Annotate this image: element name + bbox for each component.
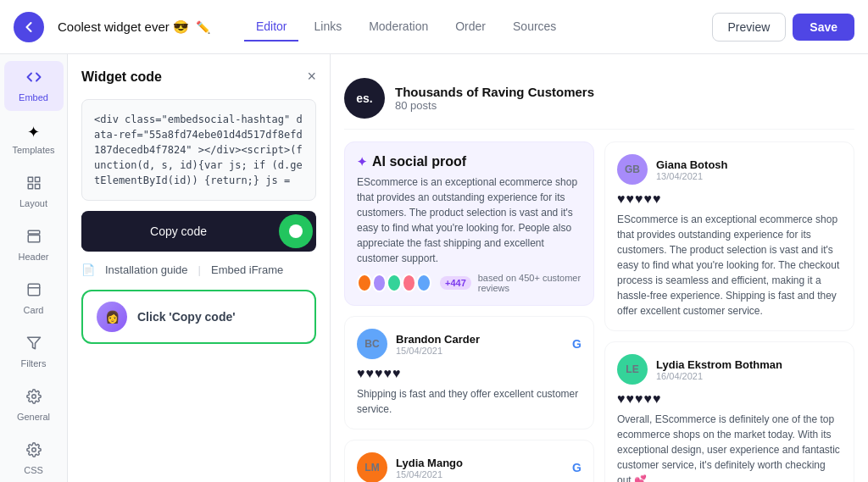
ai-avatar-2 xyxy=(372,274,387,292)
copy-row: Copy code xyxy=(81,211,316,252)
svg-rect-5 xyxy=(28,235,40,242)
avatar-lydia-ekstrom: LE xyxy=(617,354,648,385)
stars-lydia-ekstrom: ♥♥♥♥♥ xyxy=(617,391,842,407)
ai-count-badge: +447 xyxy=(440,276,471,290)
brand-logo: es. xyxy=(344,78,385,119)
ai-social-proof-card: ✦ AI social proof EScommerce is an excep… xyxy=(344,141,594,306)
tooltip-avatar: 👩 xyxy=(97,302,127,332)
ai-avatar-4 xyxy=(402,274,417,292)
preview-button[interactable]: Preview xyxy=(712,13,787,42)
copy-code-button[interactable]: Copy code xyxy=(81,214,275,248)
card-user-info-giana: Giana Botosh 13/04/2021 xyxy=(656,158,728,181)
tab-order[interactable]: Order xyxy=(443,13,498,42)
header-icon xyxy=(26,229,42,248)
svg-rect-0 xyxy=(28,177,32,181)
toggle-indicator xyxy=(289,224,303,238)
sidebar-item-templates[interactable]: ✦ Templates xyxy=(4,114,64,163)
card-top-giana: GB Giana Botosh 13/04/2021 xyxy=(617,154,842,185)
tab-links[interactable]: Links xyxy=(302,13,353,42)
templates-icon: ✦ xyxy=(27,123,40,141)
card-user-info-lydia: Lydia Mango 15/04/2021 xyxy=(396,457,463,479)
sidebar-item-header[interactable]: Header xyxy=(4,220,64,270)
card-user-info-lydia-ekstrom: Lydia Ekstrom Bothman 16/04/2021 xyxy=(656,358,782,381)
svg-point-10 xyxy=(31,448,36,452)
close-panel-button[interactable]: × xyxy=(307,68,316,86)
review-card-lydia-ekstrom: LE Lydia Ekstrom Bothman 16/04/2021 ♥♥♥♥… xyxy=(604,341,854,482)
sidebar-item-css[interactable]: CSS xyxy=(4,434,64,482)
tab-editor[interactable]: Editor xyxy=(244,13,299,42)
filters-icon xyxy=(26,335,42,355)
css-icon xyxy=(26,442,42,462)
panel-header: Widget code × xyxy=(81,68,316,86)
sidebar-item-embed-label: Embed xyxy=(19,92,48,102)
ai-avatar-5 xyxy=(416,274,431,292)
edit-name-icon[interactable]: ✏️ xyxy=(196,20,210,34)
widget-name-display: Coolest widget ever 😎 ✏️ xyxy=(58,19,210,35)
ai-avatar-3 xyxy=(387,274,402,292)
doc-icon: 📄 xyxy=(81,263,95,276)
brand-info: Thousands of Raving Customers 80 posts xyxy=(395,85,594,112)
save-button[interactable]: Save xyxy=(793,14,854,41)
card-top-lydia: LM Lydia Mango 15/04/2021 G xyxy=(357,452,581,482)
click-copy-tooltip: 👩 Click 'Copy code' xyxy=(81,290,316,344)
sidebar-item-filters[interactable]: Filters xyxy=(4,327,64,377)
sidebar-item-card[interactable]: Card xyxy=(4,274,64,324)
review-card-brandon: BC Brandon Carder 15/04/2021 G ♥♥♥♥♥ Shi… xyxy=(344,316,594,429)
ai-icon: ✦ xyxy=(357,155,367,169)
sidebar-item-embed[interactable]: Embed xyxy=(4,61,64,111)
review-card-giana: GB Giana Botosh 13/04/2021 ♥♥♥♥♥ EScomme… xyxy=(604,141,854,331)
click-copy-text: Click 'Copy code' xyxy=(137,310,236,324)
sidebar-item-layout-label: Layout xyxy=(19,198,47,208)
stars-brandon: ♥♥♥♥♥ xyxy=(357,366,581,381)
svg-rect-3 xyxy=(35,185,39,189)
sidebar-item-general[interactable]: General xyxy=(4,380,64,430)
text-brandon: Shipping is fast and they offer excellen… xyxy=(357,386,581,417)
widget-code-panel: Widget code × <div class="embedsocial-ha… xyxy=(68,54,331,482)
preview-area: es. Thousands of Raving Customers 80 pos… xyxy=(331,54,868,482)
sidebar-item-header-label: Header xyxy=(18,252,48,262)
ai-avatar-1 xyxy=(357,274,372,292)
toggle-button[interactable] xyxy=(279,214,313,248)
source-google: G xyxy=(572,337,581,351)
tab-moderation[interactable]: Moderation xyxy=(357,13,440,42)
ai-card-text: EScommerce is an exceptional ecommerce s… xyxy=(357,175,581,266)
svg-point-9 xyxy=(31,395,36,399)
sidebar-item-layout[interactable]: Layout xyxy=(4,167,64,217)
panel-title: Widget code xyxy=(81,69,162,85)
card-top-lydia-ekstrom: LE Lydia Ekstrom Bothman 16/04/2021 xyxy=(617,354,842,385)
svg-rect-2 xyxy=(28,185,32,189)
stars-giana: ♥♥♥♥♥ xyxy=(617,191,842,207)
topbar-actions: Preview Save xyxy=(712,13,855,42)
svg-rect-1 xyxy=(35,177,39,181)
avatar-giana: GB xyxy=(617,154,648,185)
brand-posts: 80 posts xyxy=(395,99,594,112)
tab-sources[interactable]: Sources xyxy=(501,13,568,42)
sidebar-item-css-label: CSS xyxy=(24,465,43,475)
sidebar-item-card-label: Card xyxy=(24,305,44,315)
sidebar: Embed ✦ Templates Layout Header Card xyxy=(0,54,68,482)
installation-guide-link[interactable]: Installation guide xyxy=(105,263,188,276)
nav-tabs: Editor Links Moderation Order Sources xyxy=(244,13,568,42)
divider: | xyxy=(198,263,201,276)
ai-avatars: +447 based on 450+ customer reviews xyxy=(357,273,581,293)
cards-grid: ✦ AI social proof EScommerce is an excep… xyxy=(344,141,854,482)
card-top: BC Brandon Carder 15/04/2021 G xyxy=(357,329,581,359)
brand-name: Thousands of Raving Customers xyxy=(395,85,594,99)
embed-iframe-link[interactable]: Embed iFrame xyxy=(211,263,283,276)
install-row: 📄 Installation guide | Embed iFrame xyxy=(81,263,316,276)
text-lydia-ekstrom: Overall, EScommerce is definitely one of… xyxy=(617,412,842,482)
embed-icon xyxy=(26,69,42,89)
sidebar-item-templates-label: Templates xyxy=(12,145,54,155)
ai-card-header: ✦ AI social proof xyxy=(357,154,581,169)
text-giana: EScommerce is an exceptional ecommerce s… xyxy=(617,212,842,319)
logo-button[interactable] xyxy=(14,12,44,42)
review-card-lydia-mango: LM Lydia Mango 15/04/2021 G ♥♥♥♥♥ EScomm… xyxy=(344,440,594,482)
main-content: Embed ✦ Templates Layout Header Card xyxy=(0,54,868,482)
svg-marker-8 xyxy=(27,337,40,349)
code-block: <div class="embedsocial-hashtag" data-re… xyxy=(81,99,316,201)
sidebar-item-general-label: General xyxy=(17,412,50,422)
avatar-lydia-mango: LM xyxy=(357,452,387,482)
svg-rect-4 xyxy=(28,230,40,234)
source-google-lydia: G xyxy=(572,461,581,474)
ai-reviews-label: based on 450+ customer reviews xyxy=(478,273,581,293)
